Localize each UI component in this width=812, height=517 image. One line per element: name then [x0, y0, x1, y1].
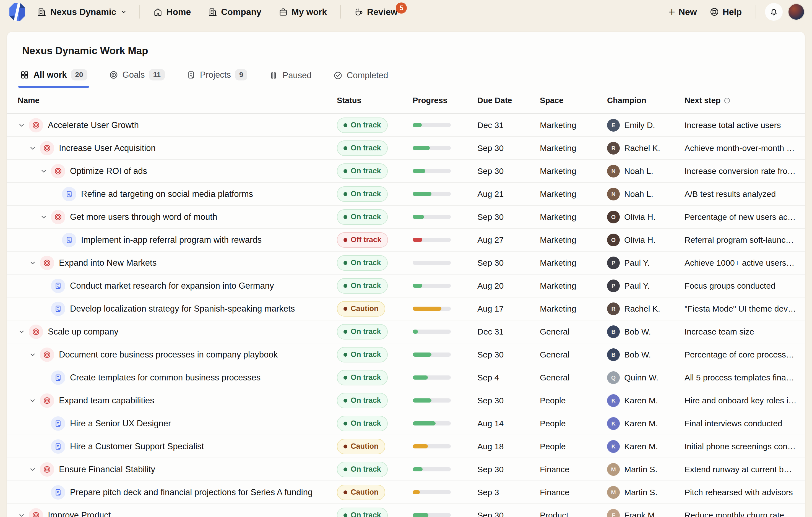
table-row[interactable]: Scale up company On track Dec 31 General… [7, 321, 805, 343]
table-row[interactable]: Accelerate User Growth On track Dec 31 M… [7, 114, 805, 137]
app-logo[interactable] [7, 2, 27, 22]
table-row[interactable]: Document core business processes in comp… [7, 343, 805, 366]
tab-goals[interactable]: Goals 11 [107, 69, 167, 88]
item-name: Scale up company [48, 327, 118, 337]
table-row[interactable]: Create templates for common business pro… [7, 366, 805, 389]
table-row[interactable]: Optimize ROI of ads On track Sep 30 Mark… [7, 160, 805, 183]
tab-projects[interactable]: Projects 9 [185, 69, 249, 88]
table-row[interactable]: Get more users through word of mouth On … [7, 206, 805, 229]
expand-chevron[interactable] [40, 213, 51, 221]
status-badge[interactable]: On track [337, 209, 388, 225]
workspace-switcher[interactable]: Nexus Dynamic [33, 7, 131, 17]
due-date: Sep 30 [477, 212, 540, 222]
expand-chevron[interactable] [29, 465, 40, 473]
info-icon[interactable] [724, 97, 731, 104]
notifications-button[interactable] [765, 3, 783, 21]
expand-chevron[interactable] [29, 397, 40, 404]
status-badge[interactable]: On track [337, 347, 388, 362]
status-badge[interactable]: On track [337, 370, 388, 386]
progress-fill [413, 513, 428, 517]
champion-cell: M Martin S. [607, 486, 685, 499]
project-icon [51, 439, 65, 454]
status-badge[interactable]: On track [337, 141, 388, 156]
table-row[interactable]: Expand team capabilities On track Sep 30… [7, 389, 805, 412]
table-row[interactable]: Hire a Senior UX Designer On track Aug 1… [7, 412, 805, 435]
table-row[interactable]: Conduct market research for expansion in… [7, 275, 805, 298]
help-button[interactable]: Help [705, 7, 747, 17]
pause-icon [269, 71, 278, 80]
champion-name: Rachel K. [624, 144, 660, 153]
status-badge[interactable]: Caution [337, 485, 385, 500]
status-label: On track [351, 167, 381, 175]
champion-cell: N Noah L. [607, 165, 685, 178]
bell-icon [769, 7, 779, 17]
expand-chevron[interactable] [18, 328, 29, 336]
status-badge[interactable]: On track [337, 508, 388, 517]
progress-bar [413, 353, 451, 357]
expand-chevron[interactable] [40, 167, 51, 175]
status-badge[interactable]: Caution [337, 301, 385, 316]
status-badge[interactable]: On track [337, 416, 388, 431]
expand-chevron[interactable] [18, 512, 29, 517]
status-badge[interactable]: Off track [337, 232, 388, 248]
table-row[interactable]: Expand into New Markets On track Sep 30 … [7, 251, 805, 275]
status-badge[interactable]: On track [337, 393, 388, 408]
table-row[interactable]: Increase User Acquisition On track Sep 3… [7, 137, 805, 160]
status-badge[interactable]: On track [337, 163, 388, 179]
table-row[interactable]: Hire a Customer Support Specialist Cauti… [7, 435, 805, 458]
next-step: Reduce monthly churn rate [685, 511, 805, 517]
progress-cell [413, 192, 477, 196]
item-name: Document core business processes in comp… [59, 350, 278, 360]
nav-my-work[interactable]: My work [273, 7, 332, 17]
expand-chevron[interactable] [29, 144, 40, 152]
status-label: On track [351, 419, 381, 428]
goal-icon [29, 325, 43, 339]
nav-home[interactable]: Home [148, 7, 196, 17]
table-row[interactable]: Develop localization strategy for Spanis… [7, 298, 805, 321]
status-badge[interactable]: On track [337, 186, 388, 202]
status-cell: Caution [337, 439, 413, 454]
progress-bar [413, 123, 451, 127]
champion-name: Noah L. [624, 166, 653, 176]
table-row[interactable]: Implement in-app referral program with r… [7, 229, 805, 251]
column-header-champion: Champion [607, 96, 685, 105]
new-button[interactable]: + New [664, 7, 702, 17]
nav-review[interactable]: Review 5 [349, 7, 402, 17]
status-label: On track [351, 258, 381, 267]
name-cell: Hire a Customer Support Specialist [18, 439, 337, 454]
goal-icon [40, 141, 54, 155]
expand-chevron[interactable] [18, 121, 29, 129]
topbar-divider [139, 5, 140, 19]
progress-bar [413, 421, 451, 425]
chevron-down-icon [29, 397, 36, 404]
champion-cell: F Frank M. [607, 509, 685, 517]
table-row[interactable]: Improve Product On track Sep 30 Product … [7, 504, 805, 517]
champion-name: Karen M. [624, 396, 658, 405]
space: Marketing [540, 189, 607, 199]
status-dot-icon [344, 169, 347, 173]
status-badge[interactable]: On track [337, 324, 388, 339]
logo-icon [7, 2, 27, 22]
nav-company[interactable]: Company [203, 7, 266, 17]
status-cell: On track [337, 278, 413, 294]
status-badge[interactable]: Caution [337, 439, 385, 454]
name-cell: Develop localization strategy for Spanis… [18, 302, 337, 316]
chevron-down-icon [40, 167, 48, 175]
tab-paused[interactable]: Paused [267, 70, 313, 88]
status-badge[interactable]: On track [337, 118, 388, 133]
clipboard-icon [186, 70, 196, 80]
table-row[interactable]: Prepare pitch deck and financial project… [7, 481, 805, 504]
due-date: Sep 30 [477, 258, 540, 268]
expand-chevron[interactable] [29, 351, 40, 359]
tab-all-work[interactable]: All work 20 [18, 69, 89, 88]
user-avatar[interactable] [788, 3, 805, 21]
tab-completed[interactable]: Completed [331, 70, 390, 88]
next-step: Increase total active users [685, 121, 805, 130]
status-badge[interactable]: On track [337, 462, 388, 477]
table-row[interactable]: Refine ad targeting on social media plat… [7, 183, 805, 206]
expand-chevron[interactable] [29, 259, 40, 267]
status-badge[interactable]: On track [337, 255, 388, 271]
space: General [540, 327, 607, 336]
table-row[interactable]: Ensure Financial Stability On track Sep … [7, 458, 805, 481]
status-badge[interactable]: On track [337, 278, 388, 294]
